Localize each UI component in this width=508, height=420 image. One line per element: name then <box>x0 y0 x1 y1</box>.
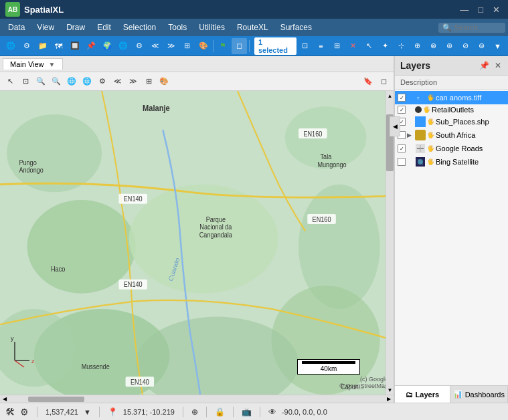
vertical-scrollbar[interactable]: ▲ ▼ <box>386 91 394 395</box>
layers-pin-btn[interactable]: 📌 <box>478 61 491 70</box>
search-input[interactable] <box>454 23 501 31</box>
main-view-tab[interactable]: Main View ▼ <box>3 58 63 70</box>
settings-btn[interactable]: ⚙ <box>95 74 110 89</box>
toolbar-btn-flag[interactable]: ⚑ <box>216 38 231 54</box>
toolbar-btn-16[interactable]: ≡ <box>313 38 329 54</box>
toolbar-btn-17[interactable]: ⊞ <box>329 38 345 54</box>
toolbar-btn-18[interactable]: ✕ <box>345 38 361 54</box>
zoom-fit[interactable]: ⊡ <box>18 74 33 89</box>
menu-selection[interactable]: Selection <box>118 21 161 33</box>
svg-text:EN140: EN140 <box>124 195 143 203</box>
toolbar-btn-2[interactable]: ⚙ <box>19 38 34 54</box>
maximize-button[interactable]: □ <box>475 5 486 15</box>
small-square[interactable]: ◻ <box>376 74 391 89</box>
rotation-display: -90.0, 0.0, 0.0 <box>282 408 327 416</box>
layer-item-retail[interactable]: 🖐 RetailOutlets <box>395 104 508 115</box>
cursor-tool[interactable]: ↖ <box>3 74 17 89</box>
toolbar-btn-10[interactable]: ≪ <box>147 38 163 54</box>
layer-icon-roads <box>415 143 426 154</box>
menubar: Data View Draw Edit Selection Tools Util… <box>0 19 508 36</box>
toolbar-btn-cursor1[interactable]: ↖ <box>361 38 377 54</box>
view-tab-close[interactable]: ▼ <box>49 61 56 68</box>
zoom-out[interactable]: 🔍 <box>49 74 64 89</box>
toolbar-btn-8[interactable]: 🌐 <box>115 38 131 54</box>
svg-line-37 <box>15 360 24 367</box>
map-canvas[interactable]: EN160 EN140 EN160 EN140 EN140 Malanje Pu… <box>0 91 394 395</box>
toolbar-btn-cursor2[interactable]: ✦ <box>377 38 393 54</box>
dashboards-tab-label: Dashboards <box>465 391 505 399</box>
layer-checkbox-1[interactable] <box>398 94 406 102</box>
coord-display: 1,537,421 <box>46 408 78 416</box>
toolbar-btn-cursor3[interactable]: ⊹ <box>394 38 409 54</box>
svg-text:EN140: EN140 <box>131 378 149 386</box>
toolbar-btn-6[interactable]: 📌 <box>83 38 98 54</box>
menu-routexl[interactable]: RouteXL <box>232 21 274 33</box>
coord-dropdown[interactable]: ▼ <box>84 408 91 416</box>
horizontal-scrollbar[interactable]: ◀ ▶ <box>0 395 394 403</box>
toolbar-btn-cursor6[interactable]: ⊛ <box>442 38 457 54</box>
layer-item-satellite[interactable]: 🖐 Bing Satellite <box>395 155 508 169</box>
scale-line <box>302 361 355 364</box>
layer-item-roads[interactable]: 🖐 Google Roads <box>395 142 508 155</box>
close-button[interactable]: ✕ <box>490 5 503 15</box>
lock-icon: 🔒 <box>215 407 225 417</box>
toolbar-btn-cursor7[interactable]: ⊘ <box>458 38 473 54</box>
layers-tab-label: Layers <box>416 391 439 399</box>
layer-item-group[interactable]: ▶ 🖐 South Africa <box>395 128 508 142</box>
toolbar-btn-7[interactable]: 🌍 <box>99 38 114 54</box>
status-icon-2: ⚙ <box>20 407 29 417</box>
layer-checkbox-2[interactable] <box>398 106 406 114</box>
toolbar-btn-12[interactable]: ⊞ <box>179 38 195 54</box>
app-logo: AB <box>5 2 20 17</box>
copyright: (c) Google © OpenStreetMap <box>339 376 388 389</box>
layer-name-4: South Africa <box>436 131 505 139</box>
toolbar-btn-cursor5[interactable]: ⊗ <box>426 38 441 54</box>
layer-item-tiff[interactable]: T 🖐 can anoms.tiff <box>395 91 508 104</box>
menu-utilities[interactable]: Utilities <box>193 21 230 33</box>
toolbar-btn-cursor8[interactable]: ⊚ <box>474 38 489 54</box>
layers-close-btn[interactable]: ✕ <box>493 61 503 70</box>
paint-btn[interactable]: 🎨 <box>157 74 171 89</box>
toolbar-btn-13[interactable]: 🎨 <box>195 38 211 54</box>
menu-data[interactable]: Data <box>3 21 30 33</box>
minimize-button[interactable]: — <box>457 5 471 15</box>
status-sep-3 <box>183 407 183 417</box>
menu-draw[interactable]: Draw <box>61 21 90 33</box>
toolbar-btn-15[interactable]: ⊡ <box>297 38 313 54</box>
svg-text:EN160: EN160 <box>303 130 322 138</box>
tab-dashboards[interactable]: 📊 Dashboards <box>450 386 508 403</box>
menu-view[interactable]: View <box>31 21 60 33</box>
menu-surfaces[interactable]: Surfaces <box>275 21 317 33</box>
toolbar-btn-9[interactable]: ⚙ <box>131 38 147 54</box>
toolbar-btn-5[interactable]: 🔲 <box>67 38 82 54</box>
svg-text:Cangandala: Cangandala <box>199 231 233 239</box>
layer-item-shp[interactable]: 🖐 Sub_Places.shp <box>395 115 508 128</box>
axis-svg: y z <box>9 332 43 369</box>
layers-list: T 🖐 can anoms.tiff 🖐 RetailOutlets <box>395 90 508 385</box>
toolbar-btn-4[interactable]: 🗺 <box>51 38 66 54</box>
collapse-arrow[interactable]: ◀ <box>390 116 400 136</box>
layers-tab-icon: 🗂 <box>406 391 413 399</box>
toolbar-btn-11[interactable]: ≫ <box>163 38 179 54</box>
layer-checkbox-5[interactable] <box>398 144 406 152</box>
tab-layers[interactable]: 🗂 Layers <box>395 386 450 403</box>
bookmark-btn[interactable]: 🔖 <box>361 74 375 89</box>
layer-checkbox-6[interactable] <box>398 158 406 166</box>
view-tab-bar: Main View ▼ <box>0 56 394 72</box>
toolbar-btn-3[interactable]: 📁 <box>35 38 50 54</box>
grid-btn[interactable]: ⊞ <box>141 74 156 89</box>
toolbar-btn-cursor4[interactable]: ⊕ <box>410 38 425 54</box>
menu-edit[interactable]: Edit <box>92 21 116 33</box>
zoom-in[interactable]: 🔍 <box>33 74 48 89</box>
status-icon-1: 🛠 <box>5 407 15 417</box>
svg-point-3 <box>27 200 136 294</box>
nav-prev[interactable]: ≪ <box>110 74 125 89</box>
globe-view[interactable]: 🌐 <box>64 74 79 89</box>
menu-tools[interactable]: Tools <box>163 21 192 33</box>
toolbar-dropdown[interactable]: ▼ <box>490 38 505 54</box>
globe-view2[interactable]: 🌐 <box>80 74 94 89</box>
toolbar-btn-1[interactable]: 🌐 <box>3 38 18 54</box>
nav-next[interactable]: ≫ <box>126 74 141 89</box>
toolbar-btn-14[interactable]: ◻ <box>232 38 247 54</box>
svg-text:y: y <box>11 335 14 342</box>
